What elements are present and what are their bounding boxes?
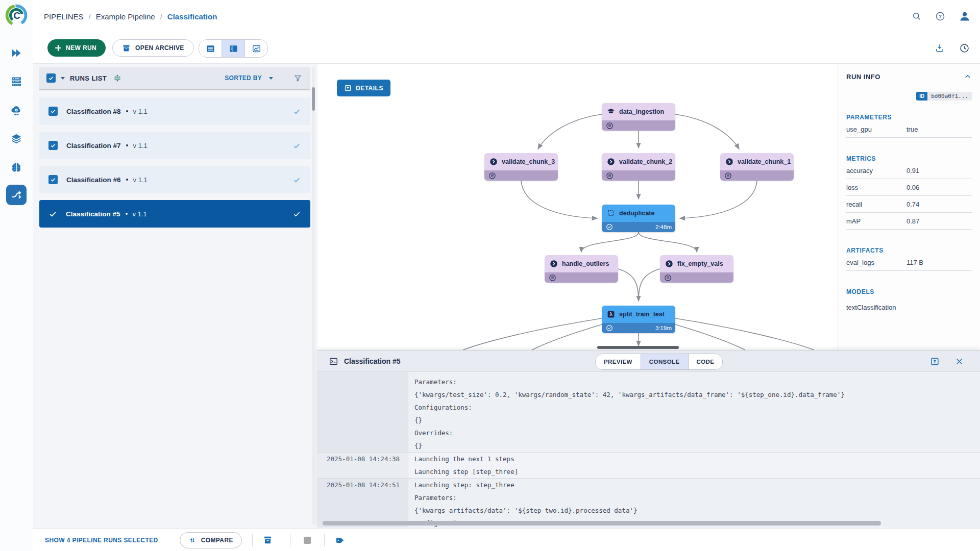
step-icon bbox=[665, 259, 674, 268]
collapse-panel-icon[interactable] bbox=[964, 72, 972, 81]
tab-preview[interactable]: PREVIEW bbox=[596, 354, 641, 369]
dag-node-data-ingestion[interactable]: data_ingestion bbox=[602, 103, 675, 131]
log-line: Launching step: step_three bbox=[414, 479, 980, 491]
run-name: Classification #8 bbox=[66, 108, 121, 115]
filter-funnel-icon[interactable] bbox=[293, 74, 302, 83]
expand-panel-icon[interactable] bbox=[930, 357, 940, 366]
details-button[interactable]: DETAILS bbox=[337, 80, 390, 96]
id-badge: ID bbox=[916, 92, 927, 101]
abort-icon[interactable] bbox=[304, 537, 311, 544]
metric-row: accuracy 0.91 bbox=[846, 162, 972, 179]
log-line: {} bbox=[414, 439, 980, 452]
sidebar-item-experiments[interactable] bbox=[10, 133, 22, 145]
search-icon[interactable] bbox=[912, 11, 922, 21]
divider bbox=[324, 534, 325, 546]
node-menu-icon[interactable] bbox=[724, 171, 732, 180]
close-icon[interactable] bbox=[955, 357, 964, 366]
download-icon[interactable] bbox=[935, 43, 945, 53]
run-row-classification-5-selected[interactable]: Classification #5 v 1.1 bbox=[39, 200, 310, 228]
run-row-classification-6[interactable]: Classification #6 v 1.1 bbox=[39, 166, 310, 193]
dag-node-deduplicate[interactable]: deduplicate 2:48m bbox=[602, 205, 675, 232]
run-version: v 1.1 bbox=[133, 210, 147, 218]
dag-node-handle-outliers[interactable]: handle_outliers bbox=[545, 255, 618, 283]
svg-text:?: ? bbox=[939, 14, 942, 19]
run-id-chip[interactable]: ID bd00a0f1... bbox=[846, 92, 972, 101]
node-menu-icon[interactable] bbox=[605, 121, 614, 130]
pipeline-dag-canvas: DETAILS data_ingestion validate_chunk_3 bbox=[317, 63, 838, 350]
chart-view-button[interactable] bbox=[245, 40, 267, 57]
breadcrumb-project[interactable]: Example Pipeline bbox=[96, 12, 155, 21]
select-all-caret-icon[interactable] bbox=[61, 77, 65, 80]
node-menu-icon[interactable] bbox=[664, 273, 672, 282]
log-timestamp: 2025-01-08 14:24:38 bbox=[327, 453, 408, 465]
help-icon[interactable]: ? bbox=[935, 11, 945, 21]
sidebar-item-projects[interactable] bbox=[10, 47, 22, 59]
table-view-button[interactable] bbox=[199, 40, 222, 57]
top-bar: PIPELINES / Example Pipeline / Classific… bbox=[0, 0, 980, 33]
breadcrumb: PIPELINES / Example Pipeline / Classific… bbox=[44, 0, 217, 33]
node-menu-icon[interactable] bbox=[548, 273, 557, 282]
run-name: Classification #6 bbox=[66, 176, 121, 184]
sidebar: C bbox=[0, 0, 33, 551]
model-item[interactable]: textClassification bbox=[846, 304, 972, 311]
terminal-icon bbox=[329, 357, 338, 366]
dag-node-validate-chunk-1[interactable]: validate_chunk_1 bbox=[720, 153, 794, 181]
node-menu-icon[interactable] bbox=[605, 171, 614, 180]
console-log-body[interactable]: Parameters: {'kwargs/test_size': 0.2, 'k… bbox=[317, 372, 980, 528]
runs-list-scrollbar[interactable] bbox=[312, 67, 315, 525]
toolbar-right-actions bbox=[935, 33, 970, 63]
user-avatar-icon[interactable] bbox=[959, 10, 971, 22]
run-name: Classification #5 bbox=[66, 210, 120, 218]
sorted-by-label[interactable]: SORTED BY bbox=[225, 74, 262, 82]
run-checkbox[interactable] bbox=[48, 210, 57, 218]
toolbar: NEW RUN OPEN ARCHIVE bbox=[33, 33, 980, 64]
lambda-function-icon: λ bbox=[606, 310, 616, 319]
dag-edges bbox=[317, 63, 838, 350]
new-run-button[interactable]: NEW RUN bbox=[47, 39, 106, 57]
console-horizontal-scrollbar[interactable] bbox=[317, 521, 980, 526]
sidebar-item-pipelines[interactable] bbox=[6, 185, 27, 205]
artifact-row[interactable]: eval_logs 117 B bbox=[846, 254, 972, 271]
dag-node-fix-empty-vals[interactable]: fix_empty_vals bbox=[660, 255, 733, 283]
archive-action-icon[interactable] bbox=[263, 535, 273, 545]
sidebar-item-hyper-datasets[interactable] bbox=[10, 104, 22, 116]
dag-horizontal-scrollbar[interactable] bbox=[597, 346, 679, 349]
id-value: bd00a0f1... bbox=[927, 92, 972, 101]
tab-console[interactable]: CONSOLE bbox=[641, 354, 689, 369]
archive-icon bbox=[122, 44, 131, 53]
top-bar-actions: ? bbox=[912, 0, 971, 33]
node-menu-icon[interactable] bbox=[488, 171, 497, 180]
run-checkbox[interactable] bbox=[48, 141, 58, 150]
open-archive-button[interactable]: OPEN ARCHIVE bbox=[112, 39, 194, 57]
sidebar-item-models[interactable] bbox=[10, 161, 22, 173]
run-row-classification-7[interactable]: Classification #7 v 1.1 bbox=[39, 132, 310, 159]
dag-node-split-train-test[interactable]: λ split_train_test 3:19m bbox=[602, 306, 675, 333]
customize-list-icon[interactable] bbox=[113, 73, 122, 83]
sorted-by-caret-icon[interactable] bbox=[269, 77, 273, 80]
run-checkbox[interactable] bbox=[48, 107, 58, 116]
log-line: {} bbox=[414, 414, 980, 427]
divider bbox=[290, 534, 290, 546]
runs-list-title: RUNS LIST bbox=[70, 74, 107, 82]
dag-node-validate-chunk-3[interactable]: validate_chunk_3 bbox=[484, 153, 558, 181]
selection-summary[interactable]: SHOW 4 PIPELINE RUNS SELECTED bbox=[45, 537, 158, 544]
app-window: PIPELINES / Example Pipeline / Classific… bbox=[0, 0, 980, 551]
tag-icon[interactable] bbox=[335, 535, 345, 545]
split-view-button[interactable] bbox=[222, 40, 245, 57]
metric-label: mAP bbox=[846, 217, 906, 225]
auto-refresh-icon[interactable] bbox=[959, 43, 970, 54]
select-all-checkbox[interactable] bbox=[46, 73, 56, 83]
run-checkbox[interactable] bbox=[48, 175, 58, 184]
compare-button[interactable]: COMPARE bbox=[180, 532, 242, 548]
models-heading: MODELS bbox=[846, 288, 972, 295]
log-line: Parameters: bbox=[414, 375, 980, 388]
run-version: v 1.1 bbox=[133, 142, 148, 149]
sidebar-item-datasets[interactable] bbox=[10, 76, 22, 88]
step-icon bbox=[725, 157, 734, 166]
run-row-classification-8[interactable]: Classification #8 v 1.1 bbox=[39, 97, 310, 125]
clearml-logo[interactable]: C bbox=[5, 4, 28, 27]
breadcrumb-pipelines[interactable]: PIPELINES bbox=[44, 12, 84, 21]
run-status-check-icon bbox=[292, 141, 301, 150]
tab-code[interactable]: CODE bbox=[689, 354, 723, 369]
dag-node-validate-chunk-2[interactable]: validate_chunk_2 bbox=[602, 153, 675, 181]
